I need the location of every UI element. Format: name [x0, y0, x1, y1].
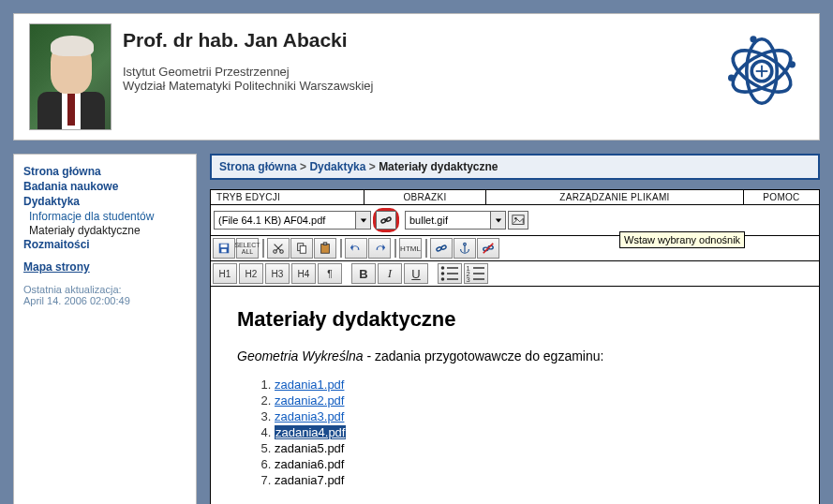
- file-picker-row: Wstaw wybrany odnośnik: [211, 205, 819, 236]
- sidebar: Strona główna Badania naukowe Dydaktyka …: [13, 154, 197, 504]
- format-row: H1 H2 H3 H4 ¶ B I U 123: [211, 261, 819, 287]
- save-button[interactable]: [213, 238, 235, 259]
- list-item: zadania2.pdf: [275, 393, 793, 408]
- sidebar-item-student-info[interactable]: Informacje dla studentów: [23, 209, 186, 224]
- h4-button[interactable]: H4: [291, 263, 316, 284]
- breadcrumb: Strona główna > Dydaktyka > Materiały dy…: [210, 154, 820, 180]
- list-bullet-icon: [439, 262, 461, 285]
- editor-content[interactable]: Materiały dydaktyczne Geometria Wykreśln…: [211, 287, 819, 504]
- h1-button[interactable]: H1: [213, 263, 237, 284]
- sidebar-item-teaching[interactable]: Dydaktyka: [23, 194, 186, 209]
- underline-button[interactable]: U: [404, 263, 428, 284]
- file-text: zadania6.pdf: [275, 457, 344, 471]
- chevron-down-icon[interactable]: [355, 212, 370, 229]
- last-updated-value: April 14. 2006 02:00:49: [23, 295, 186, 306]
- cut-button[interactable]: [267, 238, 290, 259]
- avatar: [29, 23, 112, 130]
- sidebar-item-misc[interactable]: Rozmaitości: [23, 237, 186, 252]
- paste-button[interactable]: [314, 238, 336, 259]
- svg-point-15: [514, 217, 517, 220]
- copy-button[interactable]: [290, 238, 313, 259]
- menu-file-management[interactable]: ZARZĄDZANIE PLIKAMI: [486, 190, 744, 204]
- svg-point-35: [441, 272, 445, 275]
- svg-text:3: 3: [467, 275, 470, 284]
- list-item: zadania4.pdf: [275, 424, 793, 440]
- svg-point-8: [750, 36, 756, 42]
- svg-point-6: [728, 75, 735, 82]
- sidebar-sitemap[interactable]: Mapa strony: [23, 259, 186, 274]
- site-logo: [720, 29, 804, 113]
- file-select-input[interactable]: [215, 212, 355, 229]
- last-updated-label: Ostatnia aktualizacja:: [23, 284, 186, 295]
- sidebar-item-materials[interactable]: Materiały dydaktyczne: [23, 224, 186, 237]
- undo-button[interactable]: [345, 238, 367, 259]
- svg-rect-17: [221, 245, 228, 248]
- paste-icon: [319, 242, 332, 255]
- bold-button[interactable]: B: [351, 263, 376, 284]
- svg-line-12: [384, 220, 388, 221]
- unlink-button[interactable]: [477, 238, 499, 259]
- file-list: zadania1.pdf zadania2.pdf zadania3.pdf z…: [275, 377, 793, 488]
- content-heading: Materiały dydaktyczne: [237, 307, 793, 332]
- image-icon: [512, 214, 525, 227]
- italic-button[interactable]: I: [378, 263, 402, 284]
- number-list-button[interactable]: 123: [464, 263, 488, 284]
- file-link[interactable]: zadania2.pdf: [275, 393, 344, 408]
- insert-image-button[interactable]: [508, 211, 528, 230]
- image-select-combo[interactable]: [405, 211, 506, 230]
- menu-images[interactable]: OBRAZKI: [364, 190, 486, 204]
- select-all-button[interactable]: SELECTALL: [236, 238, 259, 259]
- page-header: Prof. dr hab. Jan Abacki Istytut Geometr…: [13, 13, 820, 141]
- html-mode-button[interactable]: HTML: [399, 238, 422, 259]
- sidebar-item-home[interactable]: Strona główna: [23, 164, 186, 179]
- breadcrumb-home[interactable]: Strona główna: [219, 160, 297, 173]
- insert-link-button[interactable]: [376, 211, 396, 230]
- breadcrumb-sep: >: [369, 160, 376, 173]
- breadcrumb-sep: >: [300, 160, 306, 173]
- editor-panel: TRYB EDYCJI OBRAZKI ZARZĄDZANIE PLIKAMI …: [210, 189, 820, 504]
- chevron-down-icon[interactable]: [490, 212, 505, 229]
- redo-button[interactable]: [368, 238, 391, 259]
- svg-rect-24: [300, 245, 305, 253]
- file-select-combo[interactable]: [214, 211, 371, 230]
- list-number-icon: 123: [465, 262, 487, 285]
- list-item: zadania3.pdf: [275, 408, 793, 424]
- sidebar-item-research[interactable]: Badania naukowe: [23, 179, 186, 194]
- bullet-list-button[interactable]: [438, 263, 462, 284]
- breadcrumb-teaching[interactable]: Dydaktyka: [309, 160, 365, 173]
- list-item: zadania6.pdf: [275, 456, 793, 472]
- svg-line-33: [483, 244, 494, 254]
- unlink-icon: [482, 242, 495, 255]
- anchor-button[interactable]: [454, 238, 476, 259]
- breadcrumb-current: Materiały dydaktyczne: [379, 160, 498, 173]
- redo-icon: [373, 242, 386, 255]
- svg-point-36: [441, 277, 445, 281]
- svg-marker-9: [360, 218, 365, 222]
- svg-point-29: [464, 243, 467, 245]
- link-button[interactable]: [430, 238, 453, 259]
- svg-rect-26: [323, 243, 327, 245]
- h2-button[interactable]: H2: [239, 263, 263, 284]
- file-link[interactable]: zadania3.pdf: [275, 409, 344, 423]
- image-select-input[interactable]: [406, 212, 490, 229]
- list-item: zadania7.pdf: [275, 472, 793, 488]
- file-text: zadania7.pdf: [275, 473, 344, 487]
- svg-point-11: [385, 216, 391, 222]
- save-icon: [217, 242, 231, 255]
- link-icon: [435, 242, 448, 255]
- h3-button[interactable]: H3: [265, 263, 290, 284]
- file-text: zadania5.pdf: [275, 441, 344, 455]
- file-link[interactable]: zadania1.pdf: [275, 378, 344, 392]
- anchor-icon: [458, 242, 471, 255]
- menu-edit-mode[interactable]: TRYB EDYCJI: [211, 190, 364, 204]
- subtitle-line-1: Istytut Geometrii Przestrzennej: [123, 65, 708, 79]
- insert-link-highlight: [373, 208, 399, 232]
- menu-help[interactable]: POMOC: [744, 190, 819, 204]
- copy-icon: [295, 242, 308, 255]
- subtitle-line-2: Wydział Matematyki Politechniki Warszaws…: [123, 79, 708, 93]
- list-item: zadania1.pdf: [275, 377, 793, 393]
- main-area: Strona główna > Dydaktyka > Materiały dy…: [210, 154, 820, 504]
- file-link-selected[interactable]: zadania4.pdf: [275, 425, 346, 439]
- svg-rect-18: [221, 249, 226, 253]
- paragraph-button[interactable]: ¶: [318, 263, 342, 284]
